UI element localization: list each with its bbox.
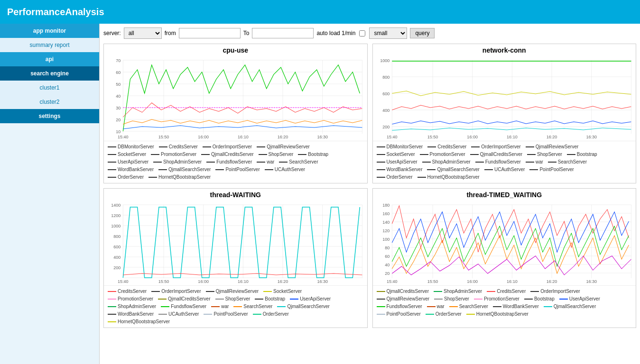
- svg-text:16:10: 16:10: [507, 135, 518, 139]
- svg-text:1000: 1000: [380, 58, 390, 63]
- sidebar-item-cluster2[interactable]: cluster2: [0, 95, 99, 109]
- sidebar: app monitorsummary reportapisearch engin…: [0, 24, 100, 364]
- svg-text:15:40: 15:40: [118, 279, 129, 284]
- svg-text:200: 200: [382, 125, 390, 129]
- svg-text:200: 200: [113, 265, 121, 270]
- svg-text:15:50: 15:50: [158, 279, 169, 284]
- from-input[interactable]: [179, 28, 241, 38]
- network-conn-title: network-conn: [373, 44, 636, 55]
- svg-text:20: 20: [385, 271, 390, 276]
- svg-text:600: 600: [382, 91, 390, 96]
- thread-waiting-legend: CreditsServer OrderImportServer QjmallRe…: [104, 285, 367, 328]
- svg-text:160: 160: [382, 211, 390, 216]
- svg-text:16:20: 16:20: [546, 135, 557, 139]
- svg-text:15:50: 15:50: [158, 135, 169, 139]
- thread-timed-waiting-legend: QjmallCreditsServer ShopAdminServer Cred…: [373, 285, 636, 320]
- auto-load-checkbox[interactable]: [359, 30, 365, 36]
- svg-text:15:40: 15:40: [387, 279, 398, 284]
- svg-text:1000: 1000: [111, 224, 121, 228]
- cpu-use-title: cpu-use: [104, 44, 367, 55]
- svg-text:15:50: 15:50: [427, 279, 438, 284]
- svg-text:40: 40: [116, 94, 121, 99]
- svg-text:16:30: 16:30: [586, 279, 597, 284]
- thread-timed-waiting-title: thread-TIMED_WAITING: [373, 189, 636, 200]
- sidebar-item-summary-report[interactable]: summary report: [0, 38, 99, 52]
- svg-text:15:40: 15:40: [118, 135, 129, 139]
- svg-text:16:30: 16:30: [317, 279, 328, 284]
- svg-text:800: 800: [113, 234, 121, 239]
- app-header: PerformanceAnalysis: [0, 0, 640, 24]
- cpu-use-chart: cpu-use: [103, 44, 368, 183]
- svg-text:16:20: 16:20: [278, 279, 288, 284]
- svg-text:60: 60: [385, 254, 390, 259]
- svg-text:600: 600: [113, 245, 121, 249]
- svg-text:100: 100: [382, 237, 390, 242]
- auto-load-label: auto load 1/min: [316, 30, 355, 36]
- svg-text:15:50: 15:50: [427, 135, 438, 139]
- svg-text:1400: 1400: [111, 203, 121, 208]
- to-input[interactable]: [252, 28, 314, 38]
- thread-waiting-area: 1400 1200 1000 800 600 400 200 15:40 15:…: [104, 200, 367, 285]
- svg-text:180: 180: [382, 203, 390, 208]
- svg-text:800: 800: [382, 75, 390, 80]
- app-title: PerformanceAnalysis: [7, 7, 104, 18]
- from-label: from: [165, 30, 176, 36]
- cpu-use-svg: 70 60 50 40 30 20 10 15:40 15:50 16:00 1…: [104, 55, 367, 141]
- svg-text:16:30: 16:30: [317, 135, 328, 139]
- svg-text:60: 60: [116, 70, 121, 75]
- sidebar-item-settings[interactable]: settings: [0, 109, 99, 123]
- svg-text:16:00: 16:00: [467, 279, 478, 284]
- sidebar-item-search-engine[interactable]: search engine: [0, 66, 99, 81]
- main-layout: app monitorsummary reportapisearch engin…: [0, 24, 640, 364]
- svg-text:16:10: 16:10: [238, 135, 249, 139]
- content-area: server: all from To auto load 1/min smal…: [100, 24, 640, 364]
- server-label: server:: [103, 30, 121, 36]
- svg-text:120: 120: [382, 228, 390, 233]
- svg-text:80: 80: [385, 246, 390, 250]
- cpu-use-legend: DBMonitorServer CreditsServer OrderImpor…: [104, 141, 367, 183]
- network-conn-svg: 1000 800 600 400 200 15:40 15:50 16:00 1…: [373, 55, 636, 141]
- svg-text:16:00: 16:00: [198, 279, 209, 284]
- network-conn-chart: network-conn: [372, 44, 637, 183]
- server-select[interactable]: all: [124, 27, 162, 39]
- size-select[interactable]: small medium large: [369, 27, 407, 39]
- thread-timed-waiting-chart: thread-TIMED_WAITING: [372, 188, 637, 328]
- svg-text:140: 140: [382, 220, 390, 225]
- svg-text:16:10: 16:10: [507, 279, 518, 284]
- network-conn-legend: DBMonitorServer CreditsServer OrderImpor…: [373, 141, 636, 183]
- svg-text:16:10: 16:10: [238, 279, 249, 284]
- svg-text:70: 70: [116, 58, 121, 63]
- thread-waiting-title: thread-WAITING: [104, 189, 367, 200]
- svg-text:50: 50: [116, 82, 121, 87]
- to-label: To: [243, 30, 250, 36]
- charts-grid: cpu-use: [103, 44, 636, 328]
- sidebar-item-cluster1[interactable]: cluster1: [0, 81, 99, 95]
- svg-text:30: 30: [116, 106, 121, 110]
- thread-timed-waiting-svg: 180 160 140 120 100 80 60 40 20 15:40 15…: [373, 200, 636, 285]
- cpu-use-area: 70 60 50 40 30 20 10 15:40 15:50 16:00 1…: [104, 55, 367, 141]
- thread-timed-waiting-area: 180 160 140 120 100 80 60 40 20 15:40 15…: [373, 200, 636, 285]
- network-conn-area: 1000 800 600 400 200 15:40 15:50 16:00 1…: [373, 55, 636, 141]
- thread-waiting-svg: 1400 1200 1000 800 600 400 200 15:40 15:…: [104, 200, 367, 285]
- query-button[interactable]: query: [410, 28, 435, 38]
- toolbar: server: all from To auto load 1/min smal…: [103, 27, 636, 39]
- svg-text:16:20: 16:20: [278, 135, 288, 139]
- sidebar-item-app-monitor[interactable]: app monitor: [0, 24, 99, 38]
- svg-text:400: 400: [382, 108, 390, 113]
- svg-text:16:00: 16:00: [198, 135, 209, 139]
- svg-text:16:20: 16:20: [546, 279, 557, 284]
- svg-text:10: 10: [116, 129, 121, 134]
- svg-text:20: 20: [116, 118, 121, 122]
- thread-waiting-chart: thread-WAITING: [103, 188, 368, 328]
- svg-text:1200: 1200: [111, 213, 121, 218]
- sidebar-item-api[interactable]: api: [0, 52, 99, 66]
- svg-text:400: 400: [113, 255, 121, 260]
- svg-text:16:30: 16:30: [586, 135, 597, 139]
- svg-text:40: 40: [385, 263, 390, 267]
- svg-text:16:00: 16:00: [467, 135, 478, 139]
- svg-text:15:40: 15:40: [387, 135, 398, 139]
